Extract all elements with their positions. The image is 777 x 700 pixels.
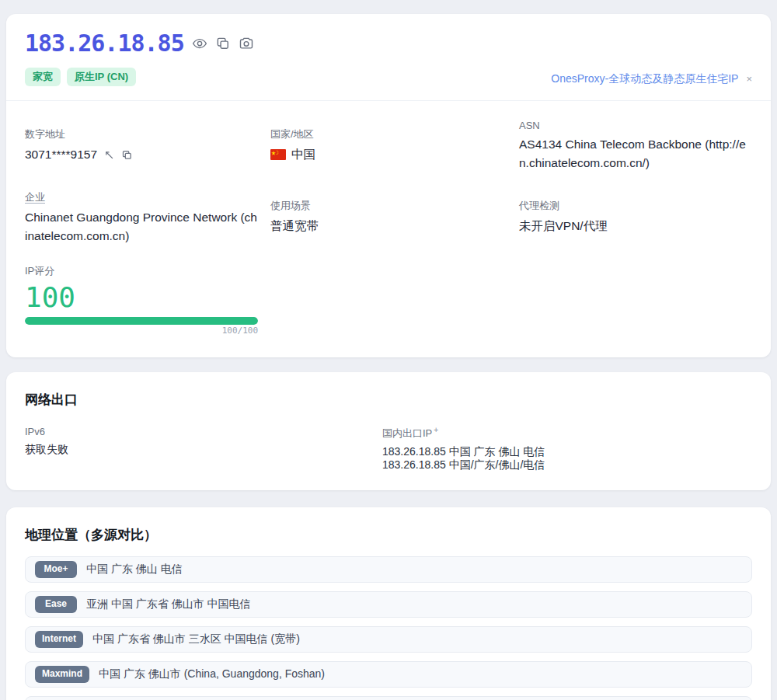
geo-row: Ease 亚洲 中国 广东省 佛山市 中国电信 bbox=[25, 591, 752, 618]
field-label: 国内出口IP bbox=[382, 428, 432, 440]
ip-card-header: 183.26.18.85 bbox=[6, 14, 771, 101]
promo-link[interactable]: OnesProxy-全球动态及静态原生住宅IP bbox=[551, 72, 738, 86]
geo-source-list: Moe+ 中国 广东 佛山 电信 Ease 亚洲 中国 广东省 佛山市 中国电信… bbox=[25, 556, 752, 700]
field-usage: 使用场景 普通宽带 bbox=[270, 199, 507, 235]
section-title: 网络出口 bbox=[25, 391, 752, 409]
country-value: 中国 bbox=[291, 148, 315, 161]
field-label: 代理检测 bbox=[519, 199, 752, 213]
reveal-toggle-icon[interactable] bbox=[103, 149, 115, 161]
geo-source-badge: Internet bbox=[35, 631, 83, 648]
field-digital-address: 数字地址 3071****9157 bbox=[25, 127, 258, 164]
page: 183.26.18.85 bbox=[0, 0, 777, 700]
geo-location-text: 中国 广东 佛山市 (China, Guangdong, Foshan) bbox=[99, 667, 325, 681]
field-label: 企业 bbox=[25, 190, 45, 204]
domestic-exit-line: 183.26.18.85 中国/广东/佛山/电信 bbox=[382, 458, 752, 472]
geolocation-card: 地理位置（多源对比） Moe+ 中国 广东 佛山 电信 Ease 亚洲 中国 广… bbox=[6, 507, 771, 700]
field-label: ASN bbox=[519, 120, 752, 131]
field-domestic-exit-ip: 国内出口IP+ 183.26.18.85 中国 广东 佛山 电信 183.26.… bbox=[382, 426, 752, 471]
ip-address: 183.26.18.85 bbox=[25, 30, 184, 57]
geo-row: Moe+ 中国 广东 佛山 电信 bbox=[25, 556, 752, 583]
geo-row: Internet 中国 广东省 佛山市 三水区 中国电信 (宽带) bbox=[25, 626, 752, 653]
ipv6-value: 获取失败 bbox=[25, 441, 382, 458]
field-label: 使用场景 bbox=[270, 199, 507, 213]
score-fraction: 100/100 bbox=[25, 326, 258, 336]
domestic-exit-line: 183.26.18.85 中国 广东 佛山 电信 bbox=[382, 445, 752, 458]
proxy-check-value: 未开启VPN/代理 bbox=[519, 217, 752, 235]
field-proxy-check: 代理检测 未开启VPN/代理 bbox=[519, 199, 752, 235]
geo-row: Maxmind 中国 广东 佛山市 (China, Guangdong, Fos… bbox=[25, 661, 752, 688]
geo-source-badge: Ease bbox=[35, 596, 77, 613]
geo-location-text: 中国 广东 佛山 电信 bbox=[86, 562, 183, 576]
usage-value: 普通宽带 bbox=[270, 217, 507, 235]
copy-icon[interactable] bbox=[121, 149, 133, 161]
score-value: 100 bbox=[25, 282, 258, 313]
asn-value: AS4134 China Telecom Backbone (http://en… bbox=[519, 135, 752, 172]
field-asn: ASN AS4134 China Telecom Backbone (http:… bbox=[519, 120, 752, 172]
score-label: IP评分 bbox=[25, 264, 258, 278]
geo-source-badge: Moe+ bbox=[35, 561, 77, 578]
score-bar bbox=[25, 317, 258, 325]
promo-banner: OnesProxy-全球动态及静态原生住宅IP × bbox=[551, 72, 752, 86]
tag-home-broadband: 家宽 bbox=[25, 68, 61, 86]
geo-location-text: 中国 广东省 佛山市 三水区 中国电信 (宽带) bbox=[92, 632, 300, 646]
digital-address-value: 3071****9157 bbox=[25, 145, 97, 164]
field-label: 国家/地区 bbox=[270, 127, 507, 141]
geo-source-badge: Maxmind bbox=[35, 666, 89, 683]
footnote-marker: + bbox=[434, 426, 438, 434]
score-bar-fill bbox=[25, 317, 258, 325]
ip-overview-card: 183.26.18.85 bbox=[6, 14, 771, 357]
field-country: 国家/地区 中国 bbox=[270, 127, 507, 164]
camera-icon[interactable] bbox=[239, 36, 254, 51]
network-exit-card: 网络出口 IPv6 获取失败 国内出口IP+ 183.26.18.85 中国 广… bbox=[6, 372, 771, 489]
geo-location-text: 亚洲 中国 广东省 佛山市 中国电信 bbox=[86, 597, 251, 611]
geo-row: Aliyun 中国 佛山 - CN, Foshan bbox=[25, 696, 752, 700]
field-enterprise: 企业 Chinanet Guangdong Province Network (… bbox=[25, 190, 258, 246]
field-label: 数字地址 bbox=[25, 127, 258, 141]
field-ipv6: IPv6 获取失败 bbox=[25, 426, 382, 471]
ip-score: IP评分 100 100/100 bbox=[25, 264, 258, 336]
eye-icon[interactable] bbox=[192, 36, 207, 51]
enterprise-value: Chinanet Guangdong Province Network (chi… bbox=[25, 208, 258, 246]
copy-icon[interactable] bbox=[215, 36, 231, 51]
ip-tags: 家宽 原生IP (CN) bbox=[25, 68, 136, 86]
china-flag-icon bbox=[270, 147, 286, 158]
section-title: 地理位置（多源对比） bbox=[25, 526, 752, 544]
tag-native-ip: 原生IP (CN) bbox=[67, 68, 136, 86]
field-label: IPv6 bbox=[25, 426, 382, 437]
close-icon[interactable]: × bbox=[746, 74, 752, 84]
